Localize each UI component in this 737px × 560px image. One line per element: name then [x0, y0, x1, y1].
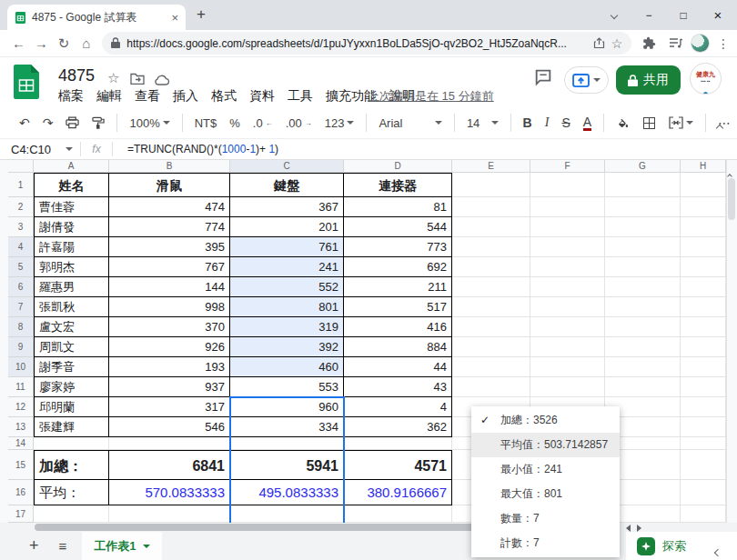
cell-F2[interactable]	[530, 197, 605, 217]
cell-H13[interactable]	[681, 417, 726, 437]
cell-G1[interactable]	[605, 173, 681, 197]
cell-B2[interactable]: 474	[109, 197, 230, 217]
cell-F5[interactable]	[530, 257, 605, 277]
row-header-1[interactable]: 1	[8, 173, 34, 197]
menu-資料[interactable]: 資料	[243, 86, 281, 105]
cell-D13[interactable]: 362	[344, 417, 452, 437]
reload-button[interactable]: ↻	[53, 35, 76, 52]
cell-H4[interactable]	[681, 237, 726, 257]
name-box[interactable]: C4:C10	[0, 143, 66, 156]
vertical-scroll-thumb[interactable]	[728, 178, 735, 220]
cell-D11[interactable]: 43	[344, 377, 452, 397]
row-header-12[interactable]: 12	[8, 397, 34, 417]
cell-A17[interactable]	[34, 505, 109, 523]
browser-profile-avatar[interactable]	[691, 34, 710, 53]
cell-C7[interactable]: 801	[230, 297, 344, 317]
cell-B7[interactable]: 998	[109, 297, 230, 317]
browser-tab[interactable]: 4875 - Google 試算表 ×	[7, 5, 186, 30]
cell-C12[interactable]: 960	[230, 397, 344, 417]
cloud-status-icon[interactable]	[154, 75, 170, 85]
extensions-icon[interactable]	[642, 36, 656, 50]
cell-A8[interactable]: 盧文宏	[34, 317, 109, 337]
print-button[interactable]	[66, 116, 79, 129]
cell-E1[interactable]	[452, 173, 530, 197]
cell-E2[interactable]	[452, 197, 530, 217]
menu-檔案[interactable]: 檔案	[52, 86, 90, 105]
cell-E4[interactable]	[452, 237, 530, 257]
increase-decimal-button[interactable]: .00→	[286, 116, 312, 130]
cell-H1[interactable]	[681, 173, 726, 197]
font-select[interactable]: Arial	[379, 116, 442, 130]
tab-close-icon[interactable]: ×	[171, 11, 178, 25]
cell-A3[interactable]: 謝倩發	[34, 217, 109, 237]
row-header-6[interactable]: 6	[8, 277, 34, 297]
cell-B8[interactable]: 370	[109, 317, 230, 337]
add-sheet-button[interactable]: +	[29, 536, 39, 555]
column-header-E[interactable]: E	[452, 160, 530, 173]
cell-D17[interactable]	[344, 505, 452, 523]
cell-A9[interactable]: 周凱文	[34, 337, 109, 357]
cell-B9[interactable]: 926	[109, 337, 230, 357]
cell-G5[interactable]	[605, 257, 681, 277]
cell-E7[interactable]	[452, 297, 530, 317]
column-header-F[interactable]: F	[530, 160, 605, 173]
fill-color-button[interactable]	[616, 116, 630, 130]
cell-A6[interactable]: 羅惠男	[34, 277, 109, 297]
redo-button[interactable]: ↷	[43, 115, 54, 130]
cell-A10[interactable]: 謝季音	[34, 357, 109, 377]
formula-text[interactable]: =TRUNC(RAND()*(1000-1)+ 1)	[127, 143, 278, 155]
move-folder-icon[interactable]	[130, 73, 145, 85]
italic-button[interactable]: I	[545, 115, 550, 130]
cell-G4[interactable]	[605, 237, 681, 257]
cell-D7[interactable]: 517	[344, 297, 452, 317]
number-format-button[interactable]: 123	[325, 116, 355, 130]
cell-D14[interactable]	[344, 437, 452, 450]
row-header-4[interactable]: 4	[8, 237, 34, 257]
column-header-H[interactable]: H	[681, 160, 726, 173]
row-header-13[interactable]: 13	[8, 417, 34, 437]
currency-format-button[interactable]: NT$	[195, 116, 217, 130]
strikethrough-button[interactable]: S	[561, 115, 570, 130]
cell-C17[interactable]	[230, 505, 344, 523]
cell-H11[interactable]	[681, 377, 726, 397]
cell-C6[interactable]: 552	[230, 277, 344, 297]
row-header-15[interactable]: 15	[8, 450, 34, 480]
explore-button[interactable]: 探索	[662, 538, 686, 555]
summary-item[interactable]: 最小值：241	[471, 457, 620, 482]
cell-B16[interactable]: 570.0833333	[109, 480, 230, 505]
cell-D1[interactable]: 連接器	[344, 173, 452, 197]
cell-F6[interactable]	[530, 277, 605, 297]
bold-button[interactable]: B	[523, 115, 532, 130]
column-header-D[interactable]: D	[344, 160, 452, 173]
undo-button[interactable]: ↶	[19, 115, 30, 130]
cell-C10[interactable]: 460	[230, 357, 344, 377]
sheet-tab-active[interactable]: 工作表1	[82, 532, 161, 560]
cell-B4[interactable]: 395	[109, 237, 230, 257]
collapse-toolbar-icon[interactable]	[717, 118, 722, 135]
document-title[interactable]: 4875	[58, 66, 95, 85]
cell-C9[interactable]: 392	[230, 337, 344, 357]
zoom-select[interactable]: 100%	[129, 116, 169, 130]
cell-A11[interactable]: 廖家婷	[34, 377, 109, 397]
cell-B13[interactable]: 546	[109, 417, 230, 437]
cell-A12[interactable]: 邱明蘭	[34, 397, 109, 417]
cell-B5[interactable]: 767	[109, 257, 230, 277]
present-button[interactable]	[564, 66, 609, 94]
row-header-10[interactable]: 10	[8, 357, 34, 377]
cell-D6[interactable]: 211	[344, 277, 452, 297]
column-header-C[interactable]: C	[230, 160, 344, 173]
row-header-16[interactable]: 16	[8, 480, 34, 505]
summary-item[interactable]: 數量：7	[471, 506, 620, 531]
cell-F3[interactable]	[530, 217, 605, 237]
cell-A5[interactable]: 郭明杰	[34, 257, 109, 277]
cell-E8[interactable]	[452, 317, 530, 337]
back-button[interactable]: ←	[7, 35, 30, 51]
cell-H8[interactable]	[681, 317, 726, 337]
cell-B6[interactable]: 144	[109, 277, 230, 297]
cell-C1[interactable]: 鍵盤	[230, 173, 344, 197]
cell-C13[interactable]: 334	[230, 417, 344, 437]
maximize-button[interactable]: □	[666, 0, 701, 30]
cell-D9[interactable]: 884	[344, 337, 452, 357]
menu-查看[interactable]: 查看	[128, 86, 167, 105]
cell-H15[interactable]	[681, 450, 726, 480]
